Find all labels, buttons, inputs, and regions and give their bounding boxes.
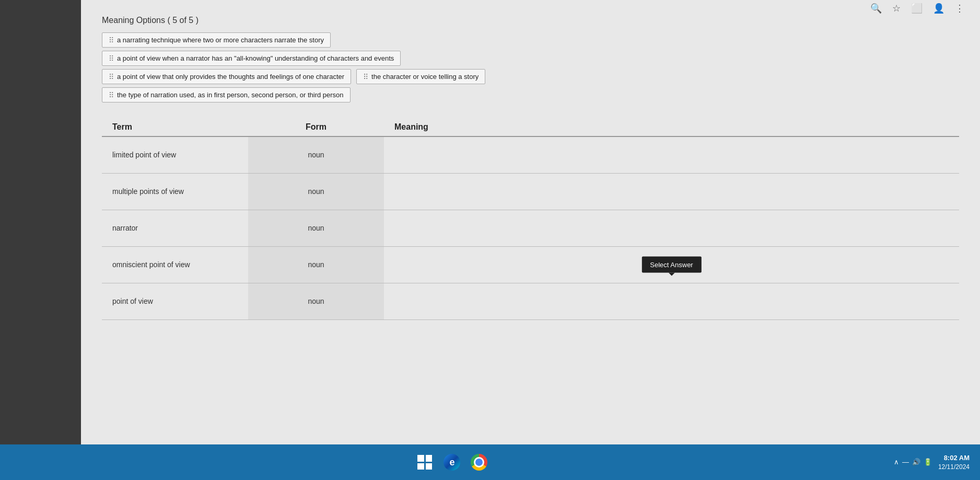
form-cell: noun [248,210,384,246]
option-chip-5[interactable]: ⠿ the type of narration used, as in firs… [102,87,351,102]
drag-handle-3: ⠿ [109,73,114,81]
col-header-form: Form [248,118,384,136]
form-cell: noun [248,283,384,319]
windows-start-button[interactable] [415,453,434,472]
notification-area: ∧ — 🔊 🔋 [894,458,932,466]
volume-icon[interactable]: 🔊 [912,458,920,466]
windows-icon [417,455,432,470]
time-display[interactable]: 8:02 AM 12/11/2024 [938,453,970,472]
menu-icon[interactable]: ⋮ [955,3,964,14]
option-row-2: ⠿ a point of view when a narrator has an… [102,51,959,66]
option-text-2: a point of view when a narrator has an "… [117,54,394,62]
select-answer-button[interactable]: Select Answer [641,257,701,273]
drag-handle-4: ⠿ [363,73,368,81]
term-cell: multiple points of view [102,173,248,210]
option-text-4: the character or voice telling a story [371,73,479,81]
table-row: omniscient point of view noun Select Ans… [102,246,959,283]
form-cell: noun [248,136,384,173]
term-cell: narrator [102,210,248,246]
meaning-options-title: Meaning Options ( 5 of 5 ) [102,16,959,25]
meaning-cell[interactable] [384,283,959,319]
option-row-4: ⠿ the type of narration used, as in firs… [102,87,959,102]
network-icon[interactable]: — [902,458,909,466]
table-row: limited point of view noun [102,136,959,173]
col-header-meaning: Meaning [384,118,959,136]
meaning-cell[interactable] [384,136,959,173]
option-row-1: ⠿ a narrating technique where two or mor… [102,32,959,48]
main-content: 🔍 ☆ ⬜ 👤 ⋮ Meaning Options ( 5 of 5 ) ⠿ a… [81,0,980,444]
options-container: ⠿ a narrating technique where two or mor… [102,32,959,102]
drag-handle-5: ⠿ [109,92,114,99]
drag-handle-1: ⠿ [109,37,114,44]
meaning-cell[interactable]: Select Answer [384,246,959,283]
term-cell: limited point of view [102,136,248,173]
table-row: multiple points of view noun [102,173,959,210]
top-bar: 🔍 ☆ ⬜ 👤 ⋮ [870,3,964,14]
clock-time: 8:02 AM [938,453,970,463]
search-icon[interactable]: 🔍 [870,3,882,14]
form-cell: noun [248,173,384,210]
meaning-cell[interactable] [384,210,959,246]
chevron-up-icon[interactable]: ∧ [894,458,899,466]
chrome-browser-icon [471,454,487,471]
option-text-5: the type of narration used, as in first … [117,91,344,99]
left-panel [0,0,81,444]
taskbar: e ∧ — 🔊 🔋 8:02 AM 12/11/2024 [0,444,980,480]
edge-browser-icon: e [444,454,460,471]
option-text-1: a narrating technique where two or more … [117,36,324,44]
form-cell: noun [248,246,384,283]
battery-icon[interactable]: 🔋 [924,458,932,466]
term-cell: omniscient point of view [102,246,248,283]
taskbar-left: e [10,453,894,472]
vocab-table: Term Form Meaning limited point of view … [102,118,959,320]
tab-icon[interactable]: ⬜ [911,3,923,14]
term-cell: point of view [102,283,248,319]
option-row-3: ⠿ a point of view that only provides the… [102,69,959,84]
option-text-3: a point of view that only provides the t… [117,73,344,81]
edge-icon[interactable]: e [442,453,461,472]
option-chip-1[interactable]: ⠿ a narrating technique where two or mor… [102,32,331,48]
col-header-term: Term [102,118,248,136]
option-chip-3[interactable]: ⠿ a point of view that only provides the… [102,69,351,84]
chrome-icon[interactable] [470,453,488,472]
table-row: narrator noun [102,210,959,246]
account-icon[interactable]: 👤 [933,3,944,14]
table-row: point of view noun [102,283,959,319]
meaning-cell[interactable] [384,173,959,210]
drag-handle-2: ⠿ [109,55,114,62]
star-icon[interactable]: ☆ [892,3,901,14]
taskbar-right: ∧ — 🔊 🔋 8:02 AM 12/11/2024 [894,453,970,472]
option-chip-2[interactable]: ⠿ a point of view when a narrator has an… [102,51,401,66]
option-chip-4[interactable]: ⠿ the character or voice telling a story [356,69,485,84]
clock-date: 12/11/2024 [938,463,970,472]
